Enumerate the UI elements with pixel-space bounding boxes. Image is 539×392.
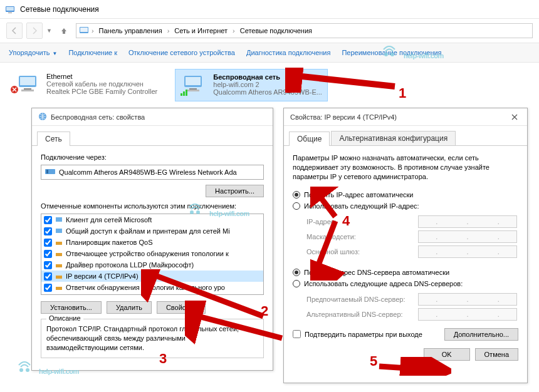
back-button[interactable] [6, 23, 23, 39]
dialog-title: Свойства: IP версии 4 (TCP/IPv4) [284, 108, 527, 126]
annotation-number-2: 2 [261, 303, 268, 319]
svg-rect-4 [80, 28, 88, 32]
adapter-name: Qualcomm Atheros AR9485WB-EG Wireless Ne… [59, 168, 237, 176]
close-button[interactable] [506, 111, 523, 123]
connection-via-label: Подключение через: [41, 153, 264, 161]
conn-status: Сетевой кабель не подключен [46, 80, 157, 88]
radio-ip-manual[interactable]: Использовать следующий IP-адрес: [293, 200, 518, 212]
connections-pane: Ethernet Сетевой кабель не подключен Rea… [0, 63, 539, 108]
tab-alternate[interactable]: Альтернативная конфигурация [331, 131, 456, 145]
component-list[interactable]: Клиент для сетей Microsoft Общий доступ … [41, 214, 264, 295]
component-item: Планировщик пакетов QoS [41, 237, 263, 248]
tab-general[interactable]: Общие [289, 132, 330, 146]
breadcrumb[interactable]: › Панель управления › Сеть и Интернет › … [76, 23, 533, 38]
description-text: Протокол TCP/IP. Стандартный протокол гл… [46, 324, 258, 353]
rename[interactable]: Переименование подключения [342, 49, 441, 56]
tabstrip: Сеть [32, 126, 273, 146]
validate-label: Подтвердить параметры при выходе [305, 331, 422, 338]
svg-rect-14 [181, 93, 182, 96]
radio-ip-auto[interactable]: Получить IP-адрес автоматически [293, 189, 518, 200]
up-button[interactable] [56, 23, 72, 39]
responder-icon [55, 249, 63, 258]
description-title: Описание [46, 314, 83, 322]
client-icon [55, 215, 63, 224]
svg-rect-16 [186, 90, 187, 96]
radio-icon [293, 280, 300, 287]
adapter-box: Qualcomm Atheros AR9485WB-EG Wireless Ne… [41, 165, 264, 180]
dns-alt-input: ... [418, 308, 517, 321]
connection-wireless[interactable]: Беспроводная сеть help-wifi.com 2 Qualco… [175, 69, 328, 101]
responder2-icon [55, 283, 63, 292]
svg-rect-1 [6, 7, 14, 11]
annotation-number-5: 5 [370, 353, 377, 369]
organize-menu[interactable]: Упорядочить▼ [9, 49, 57, 56]
ip-address-input: ... [418, 215, 517, 228]
svg-rect-12 [189, 88, 197, 90]
svg-rect-8 [21, 90, 34, 91]
validate-checkbox[interactable] [293, 330, 301, 338]
subnet-label: Маска подсети: [306, 233, 413, 240]
svg-rect-19 [46, 170, 48, 173]
error-x-icon [10, 85, 19, 95]
connect-to[interactable]: Подключение к [68, 49, 117, 56]
app-icon [5, 4, 15, 14]
svg-rect-15 [183, 91, 185, 96]
conn-name: Ethernet [46, 73, 157, 80]
svg-rect-25 [56, 276, 62, 279]
breadcrumb-l2[interactable]: Сеть и Интернет [172, 27, 230, 34]
svg-rect-20 [56, 217, 62, 222]
connection-ethernet[interactable]: Ethernet Сетевой кабель не подключен Rea… [9, 69, 162, 101]
radio-icon [293, 269, 300, 276]
conn-adapter: Qualcomm Atheros AR9485WB-E... [213, 88, 322, 96]
install-button[interactable]: Установить... [41, 301, 102, 314]
adapter-icon [45, 168, 55, 177]
explain-text: Параметры IP можно назначать автоматичес… [293, 153, 518, 182]
radio-dns-auto[interactable]: Получить адрес DNS-сервера автоматически [293, 267, 518, 278]
breadcrumb-root[interactable]: Панель управления [97, 27, 165, 34]
gateway-input: ... [418, 245, 517, 258]
component-item: Общий доступ к файлам и принтерам для се… [41, 225, 263, 237]
nav-bar: ▼ › Панель управления › Сеть и Интернет … [0, 19, 539, 43]
svg-rect-24 [56, 264, 62, 267]
tab-network[interactable]: Сеть [37, 132, 70, 146]
dns-pref-input: ... [418, 293, 517, 306]
annotation-number-4: 4 [342, 213, 350, 229]
network-icon [38, 112, 47, 122]
dns-pref-label: Предпочитаемый DNS-сервер: [306, 296, 413, 303]
svg-rect-22 [56, 242, 62, 245]
command-bar: Упорядочить▼ Подключение к Отключение се… [0, 43, 539, 63]
lldp-icon [55, 260, 63, 269]
recent-dropdown-icon[interactable]: ▼ [46, 28, 52, 34]
advanced-button[interactable]: Дополнительно... [444, 328, 518, 341]
breadcrumb-l3[interactable]: Сетевые подключения [238, 27, 315, 34]
dns-alt-label: Альтернативный DNS-сервер: [306, 311, 413, 318]
svg-rect-6 [20, 77, 35, 85]
ok-button[interactable]: OK [424, 348, 470, 361]
forward-button[interactable] [26, 23, 43, 39]
control-panel-icon [79, 26, 89, 36]
dialog-title: Беспроводная сеть: свойства [32, 108, 273, 126]
window-titlebar: Сетевые подключения [0, 0, 539, 19]
disable-device[interactable]: Отключение сетевого устройства [128, 49, 235, 56]
component-item: Драйвер протокола LLDP (Майкрософт) [41, 259, 263, 271]
svg-rect-2 [8, 13, 12, 13]
radio-dns-manual[interactable]: Использовать следующие адреса DNS-сервер… [293, 278, 518, 289]
conn-adapter: Realtek PCIe GBE Family Controller [46, 88, 157, 95]
annotation-number-1: 1 [399, 85, 406, 101]
gateway-label: Основной шлюз: [306, 248, 413, 255]
subnet-input: ... [418, 230, 517, 243]
configure-button[interactable]: Настроить... [206, 185, 264, 197]
component-item: Клиент для сетей Microsoft [41, 214, 263, 225]
radio-icon [293, 202, 300, 210]
annotation-number-3: 3 [159, 351, 167, 367]
wifi-adapter-icon [181, 73, 208, 97]
breadcrumb-sep: › [92, 27, 94, 34]
component-item: Ответчик обнаружения топологии канальног… [41, 282, 263, 293]
ip-address-label: IP-адрес: [306, 218, 413, 225]
svg-rect-7 [24, 88, 31, 90]
radio-icon [293, 191, 300, 199]
diagnose[interactable]: Диагностика подключения [246, 49, 330, 56]
properties-button[interactable]: Свойства [157, 301, 206, 314]
remove-button[interactable]: Удалить [107, 301, 152, 314]
cancel-button[interactable]: Отмена [475, 348, 518, 361]
